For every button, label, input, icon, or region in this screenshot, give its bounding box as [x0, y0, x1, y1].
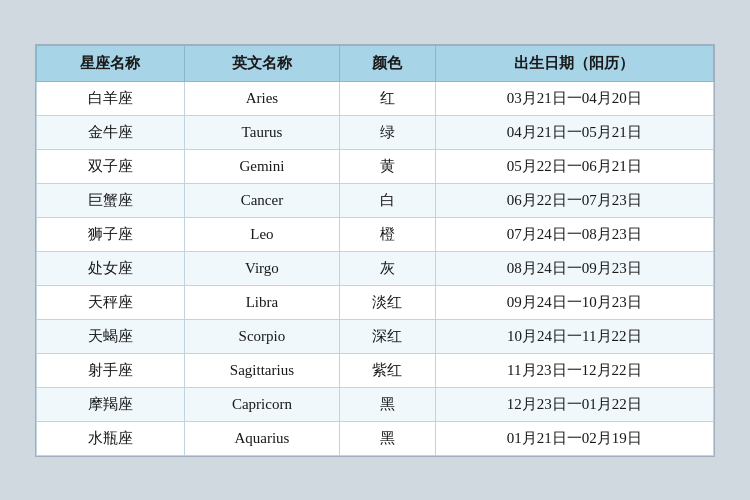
table-row: 巨蟹座Cancer白06月22日一07月23日 — [37, 183, 714, 217]
cell-row6-col1: Libra — [184, 285, 339, 319]
table-row: 金牛座Taurus绿04月21日一05月21日 — [37, 115, 714, 149]
cell-row4-col0: 狮子座 — [37, 217, 185, 251]
cell-row0-col3: 03月21日一04月20日 — [435, 81, 713, 115]
cell-row7-col3: 10月24日一11月22日 — [435, 319, 713, 353]
table-row: 射手座Sagittarius紫红11月23日一12月22日 — [37, 353, 714, 387]
cell-row10-col2: 黑 — [339, 421, 435, 455]
table-row: 双子座Gemini黄05月22日一06月21日 — [37, 149, 714, 183]
table-row: 天秤座Libra淡红09月24日一10月23日 — [37, 285, 714, 319]
cell-row3-col3: 06月22日一07月23日 — [435, 183, 713, 217]
zodiac-table-container: 星座名称英文名称颜色出生日期（阳历） 白羊座Aries红03月21日一04月20… — [35, 44, 715, 457]
table-row: 水瓶座Aquarius黑01月21日一02月19日 — [37, 421, 714, 455]
cell-row10-col0: 水瓶座 — [37, 421, 185, 455]
cell-row2-col2: 黄 — [339, 149, 435, 183]
cell-row7-col0: 天蝎座 — [37, 319, 185, 353]
cell-row5-col1: Virgo — [184, 251, 339, 285]
cell-row0-col1: Aries — [184, 81, 339, 115]
cell-row4-col2: 橙 — [339, 217, 435, 251]
header-col-2: 颜色 — [339, 45, 435, 81]
cell-row0-col0: 白羊座 — [37, 81, 185, 115]
zodiac-table: 星座名称英文名称颜色出生日期（阳历） 白羊座Aries红03月21日一04月20… — [36, 45, 714, 456]
cell-row6-col3: 09月24日一10月23日 — [435, 285, 713, 319]
cell-row5-col2: 灰 — [339, 251, 435, 285]
cell-row2-col3: 05月22日一06月21日 — [435, 149, 713, 183]
table-header-row: 星座名称英文名称颜色出生日期（阳历） — [37, 45, 714, 81]
cell-row9-col1: Capricorn — [184, 387, 339, 421]
cell-row7-col2: 深红 — [339, 319, 435, 353]
cell-row1-col3: 04月21日一05月21日 — [435, 115, 713, 149]
header-col-1: 英文名称 — [184, 45, 339, 81]
cell-row3-col1: Cancer — [184, 183, 339, 217]
table-body: 白羊座Aries红03月21日一04月20日金牛座Taurus绿04月21日一0… — [37, 81, 714, 455]
cell-row8-col2: 紫红 — [339, 353, 435, 387]
header-col-3: 出生日期（阳历） — [435, 45, 713, 81]
cell-row5-col0: 处女座 — [37, 251, 185, 285]
cell-row0-col2: 红 — [339, 81, 435, 115]
cell-row10-col3: 01月21日一02月19日 — [435, 421, 713, 455]
cell-row5-col3: 08月24日一09月23日 — [435, 251, 713, 285]
table-row: 处女座Virgo灰08月24日一09月23日 — [37, 251, 714, 285]
cell-row9-col0: 摩羯座 — [37, 387, 185, 421]
cell-row4-col1: Leo — [184, 217, 339, 251]
table-row: 白羊座Aries红03月21日一04月20日 — [37, 81, 714, 115]
table-row: 摩羯座Capricorn黑12月23日一01月22日 — [37, 387, 714, 421]
cell-row8-col1: Sagittarius — [184, 353, 339, 387]
cell-row6-col2: 淡红 — [339, 285, 435, 319]
cell-row1-col0: 金牛座 — [37, 115, 185, 149]
cell-row8-col3: 11月23日一12月22日 — [435, 353, 713, 387]
table-row: 天蝎座Scorpio深红10月24日一11月22日 — [37, 319, 714, 353]
cell-row6-col0: 天秤座 — [37, 285, 185, 319]
cell-row2-col0: 双子座 — [37, 149, 185, 183]
cell-row3-col0: 巨蟹座 — [37, 183, 185, 217]
cell-row2-col1: Gemini — [184, 149, 339, 183]
cell-row4-col3: 07月24日一08月23日 — [435, 217, 713, 251]
cell-row10-col1: Aquarius — [184, 421, 339, 455]
table-row: 狮子座Leo橙07月24日一08月23日 — [37, 217, 714, 251]
cell-row7-col1: Scorpio — [184, 319, 339, 353]
header-col-0: 星座名称 — [37, 45, 185, 81]
cell-row8-col0: 射手座 — [37, 353, 185, 387]
cell-row9-col2: 黑 — [339, 387, 435, 421]
cell-row9-col3: 12月23日一01月22日 — [435, 387, 713, 421]
cell-row3-col2: 白 — [339, 183, 435, 217]
cell-row1-col1: Taurus — [184, 115, 339, 149]
cell-row1-col2: 绿 — [339, 115, 435, 149]
